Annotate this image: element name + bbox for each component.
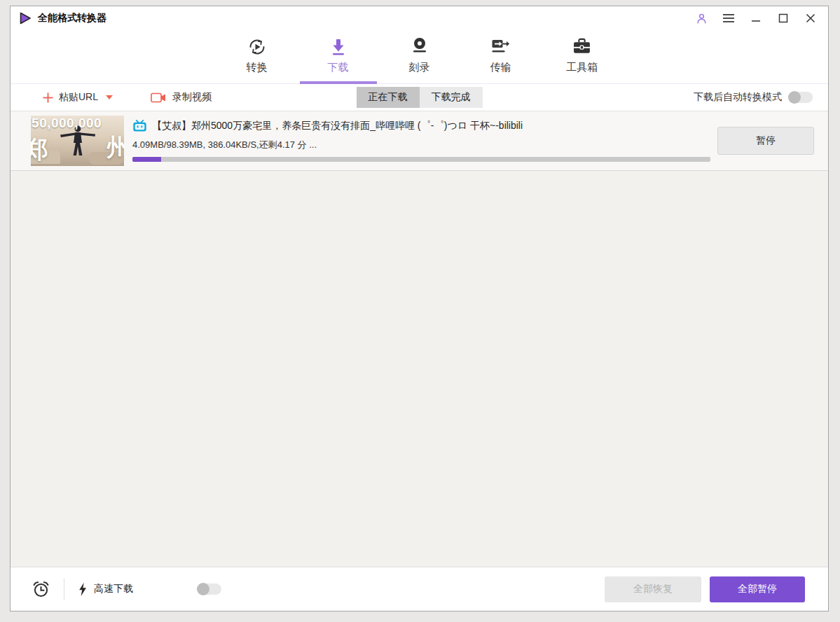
toolbar: 粘贴URL 录制视频 正在下载 下载完成 bbox=[11, 84, 828, 111]
download-title-line: 【艾叔】郑州5000万豪宅里，养条巨贵有没有排面_哔哩哔哩 (゜-゜)つロ 干杯… bbox=[132, 120, 710, 132]
filter-tab-downloading[interactable]: 正在下载 bbox=[357, 87, 420, 108]
thumbnail-price-text: ¥50,000,000 bbox=[31, 116, 102, 131]
paste-url-button[interactable]: 粘贴URL bbox=[43, 91, 113, 104]
tab-convert-label: 转换 bbox=[247, 61, 268, 74]
auto-convert-toggle[interactable] bbox=[789, 92, 813, 103]
plus-icon bbox=[43, 92, 53, 103]
footer-divider bbox=[64, 579, 64, 600]
download-progress-text: 4.09MB/98.39MB, 386.04KB/S,还剩4.17 分 ... bbox=[132, 139, 710, 151]
tab-transfer-label: 传输 bbox=[490, 61, 511, 74]
menu-icon[interactable] bbox=[722, 12, 735, 25]
user-icon[interactable] bbox=[695, 12, 708, 25]
filter-tab-completed[interactable]: 下载完成 bbox=[420, 87, 483, 108]
speed-download-toggle[interactable] bbox=[198, 583, 221, 595]
paste-url-label: 粘贴URL bbox=[59, 91, 98, 104]
tab-burn[interactable]: 刻录 bbox=[394, 30, 445, 83]
tab-convert[interactable]: 转换 bbox=[232, 30, 282, 83]
tab-download[interactable]: 下载 bbox=[313, 30, 364, 83]
filter-tab-downloading-label: 正在下载 bbox=[369, 91, 408, 104]
footer-buttons: 全部恢复 全部暂停 bbox=[605, 576, 805, 602]
filter-tab-completed-label: 下载完成 bbox=[432, 91, 471, 104]
tab-burn-label: 刻录 bbox=[409, 61, 430, 74]
auto-convert-label: 下载后自动转换模式 bbox=[694, 91, 782, 104]
bilibili-tv-icon bbox=[132, 120, 147, 132]
tab-toolbox[interactable]: 工具箱 bbox=[557, 30, 607, 83]
lightning-icon bbox=[78, 582, 88, 597]
burn-icon bbox=[410, 36, 429, 57]
tab-toolbox-label: 工具箱 bbox=[566, 61, 598, 74]
camera-icon bbox=[151, 92, 166, 103]
footer-bar: 高速下载 全部恢复 全部暂停 bbox=[11, 567, 828, 611]
auto-convert-group: 下载后自动转换模式 bbox=[694, 91, 813, 104]
progress-bar-track bbox=[132, 157, 710, 162]
minimize-button[interactable] bbox=[750, 12, 762, 25]
pause-all-button[interactable]: 全部暂停 bbox=[710, 576, 805, 602]
transfer-icon bbox=[490, 36, 511, 57]
download-icon bbox=[329, 36, 348, 57]
toolbox-icon bbox=[572, 36, 591, 57]
record-video-button[interactable]: 录制视频 bbox=[151, 91, 212, 104]
caret-down-icon[interactable] bbox=[106, 95, 113, 99]
close-button[interactable] bbox=[804, 12, 817, 25]
convert-icon bbox=[247, 36, 267, 57]
speed-download-label: 高速下载 bbox=[94, 583, 133, 595]
thumbnail-right-char: 州 bbox=[106, 132, 124, 164]
toggle-knob bbox=[788, 91, 801, 104]
toggle-knob bbox=[197, 583, 209, 595]
record-video-label: 录制视频 bbox=[172, 91, 212, 104]
alarm-clock-icon[interactable] bbox=[32, 580, 50, 599]
maximize-button[interactable] bbox=[777, 12, 790, 25]
download-item-row: ¥50,000,000 郑 州 bbox=[11, 111, 828, 171]
video-thumbnail[interactable]: ¥50,000,000 郑 州 bbox=[31, 116, 124, 166]
thumbnail-left-char: 郑 bbox=[31, 134, 48, 166]
download-item-info: 【艾叔】郑州5000万豪宅里，养条巨贵有没有排面_哔哩哔哩 (゜-゜)つロ 干杯… bbox=[132, 120, 710, 162]
progress-bar-fill bbox=[132, 157, 161, 162]
titlebar: 全能格式转换器 bbox=[11, 6, 828, 30]
desktop-background: 全能格式转换器 bbox=[0, 0, 840, 622]
tab-transfer[interactable]: 传输 bbox=[476, 30, 526, 83]
main-nav: 转换 下载 bbox=[11, 30, 828, 84]
download-list-empty-area bbox=[11, 171, 828, 567]
resume-all-button[interactable]: 全部恢复 bbox=[605, 576, 701, 602]
speed-download-group: 高速下载 bbox=[78, 582, 133, 597]
app-title: 全能格式转换器 bbox=[38, 12, 106, 25]
tab-download-label: 下载 bbox=[328, 61, 349, 74]
download-title: 【艾叔】郑州5000万豪宅里，养条巨贵有没有排面_哔哩哔哩 (゜-゜)つロ 干杯… bbox=[152, 120, 523, 132]
titlebar-controls bbox=[695, 12, 817, 25]
download-filter-tabs: 正在下载 下载完成 bbox=[357, 87, 483, 108]
pause-button[interactable]: 暂停 bbox=[717, 127, 814, 155]
app-logo-icon bbox=[19, 12, 32, 25]
app-window: 全能格式转换器 bbox=[10, 6, 829, 611]
